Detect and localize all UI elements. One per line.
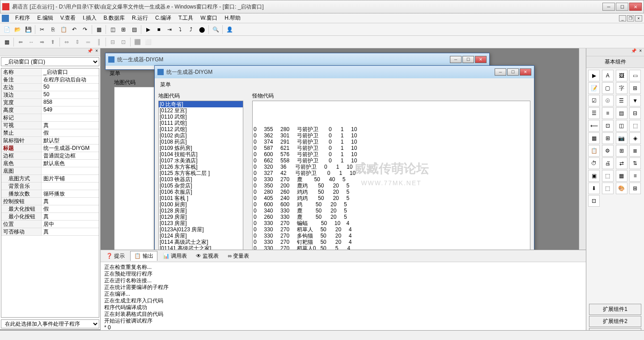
dist-v-icon[interactable]: ⇕ (72, 37, 82, 47)
map-item[interactable]: [0109 炼药房] (159, 145, 243, 151)
runtime-window[interactable]: 统一生成器-DIYGM ─ ☐ ✕ 菜单 地图代码 [0 比奇省][0122 皇… (154, 65, 534, 250)
tool-14[interactable]: ▤ (616, 107, 627, 119)
tool-1[interactable]: A (602, 70, 614, 81)
save-icon[interactable]: 💾 (23, 25, 33, 34)
map-item[interactable]: [0102 肉店] (159, 132, 243, 139)
child1-menu[interactable]: 菜单 (110, 70, 120, 77)
new-icon[interactable]: 📄 (2, 25, 12, 34)
tool-29[interactable]: 🖨 (602, 157, 614, 169)
front-icon[interactable]: ⬛ (132, 37, 142, 47)
prop-row-可否移动[interactable]: 可否移动真 (1, 228, 99, 236)
align-left-icon[interactable]: ⬅ (16, 37, 25, 47)
map-item[interactable]: [01141 高级武士之家] (159, 245, 243, 250)
paste-icon[interactable]: 📋 (59, 25, 68, 34)
map-item[interactable]: [0107 水美酒店] (159, 157, 243, 164)
menu-B.数据库[interactable]: B.数据库 (100, 13, 128, 23)
prop-row-边框[interactable]: 边框普通固定边框 (1, 152, 99, 160)
vertical-scrollbar[interactable] (579, 48, 586, 250)
prop-row-标题[interactable]: 标题统一生成器-DIYGM (1, 144, 99, 152)
mdi-close[interactable]: × (635, 15, 642, 21)
step-over-icon[interactable]: ⤵ (175, 25, 185, 34)
monster-row[interactable]: 0 330 270 稻草人 50 20 4 (254, 226, 529, 233)
prop-row-最大化按钮[interactable]: 最大化按钮假 (1, 205, 99, 213)
menu-I.插入[interactable]: I.插入 (79, 13, 100, 23)
prop-row-最小化按钮[interactable]: 最小化按钮真 (1, 213, 99, 221)
find-icon[interactable]: 🔍 (211, 25, 220, 34)
tool-26[interactable]: ⊞ (616, 145, 627, 157)
tool-27[interactable]: ≣ (629, 145, 641, 157)
tool-19[interactable]: ⬚ (629, 120, 641, 132)
prop-row-标记[interactable]: 标记 (1, 114, 99, 122)
object-selector[interactable]: _启动窗口 (窗口) (1, 57, 99, 66)
tool-18[interactable]: ◫ (616, 120, 627, 132)
palette-pin-icon[interactable]: 📌 (630, 48, 638, 56)
mdi-restore[interactable]: ❐ (627, 15, 634, 21)
dist-h-icon[interactable]: ⇔ (62, 37, 72, 47)
map-item[interactable]: [0123 房屋] (159, 220, 243, 226)
prop-row-宽度[interactable]: 宽度858 (1, 99, 99, 106)
tool-4[interactable]: 📝 (588, 82, 600, 94)
tool-37[interactable]: ⬚ (602, 183, 614, 194)
same-h-icon[interactable]: ║ (94, 37, 104, 47)
map-item[interactable]: [0126 东方客栈] (159, 164, 243, 170)
monster-row[interactable]: 0 330 270 蝙蝠 50 10 4 (254, 220, 529, 226)
menu-R.运行[interactable]: R.运行 (128, 13, 152, 23)
tool-38[interactable]: 🎨 (616, 183, 627, 194)
tool-24[interactable]: 📋 (588, 145, 600, 157)
map-item[interactable]: [0103 铁器店] (159, 176, 243, 183)
map-item[interactable]: [0110 武馆] (159, 114, 243, 120)
monster-row[interactable]: 0 330 270 稻草人0 50 5 4 (254, 245, 529, 250)
map-item[interactable]: [0112 武馆] (159, 126, 243, 132)
monster-row[interactable]: 0 340 330 鹿 50 20 5 (254, 208, 529, 214)
tool-34[interactable]: ▦ (616, 170, 627, 182)
map-item[interactable]: [0124 房屋] (159, 233, 243, 239)
child2-maximize[interactable]: ☐ (507, 68, 519, 76)
tool-22[interactable]: 📷 (616, 132, 627, 144)
child2-close[interactable]: ✕ (520, 68, 531, 76)
map-item[interactable]: [0 比奇省] (159, 101, 243, 107)
child1-close[interactable]: ✕ (475, 56, 487, 63)
tool-10[interactable]: ☰ (616, 95, 627, 106)
tool-20[interactable]: ▦ (588, 132, 600, 144)
child1-maximize[interactable]: ☐ (462, 56, 474, 63)
monster-row[interactable]: 0 330 270 钉耙猫 50 20 4 (254, 239, 529, 245)
open-icon[interactable]: 📂 (13, 25, 22, 34)
monster-row[interactable]: 0 405 240 鸡鸡 50 20 5 (254, 195, 529, 201)
tool-35[interactable]: ≡ (629, 170, 641, 182)
monster-row[interactable]: 0 280 260 鸡鸡 50 20 5 (254, 189, 529, 195)
tool-36[interactable]: ⬇ (588, 183, 600, 194)
menu-C.编译[interactable]: C.编译 (152, 13, 175, 23)
same-w-icon[interactable]: ═ (83, 37, 93, 47)
prop-row-播放次数[interactable]: 播放次数循环播放 (1, 190, 99, 198)
menu-T.工具[interactable]: T.工具 (175, 13, 197, 23)
bottom-tab-监视表[interactable]: 👁 监视表 (192, 251, 222, 261)
monster-row[interactable]: 0 330 270 多钩猫 50 20 4 (254, 233, 529, 239)
child1-minimize[interactable]: ─ (450, 56, 462, 63)
panel-pin-icon[interactable]: 📌 (86, 48, 94, 56)
event-selector[interactable]: 在此处选择加入事件处理子程序 (1, 319, 99, 328)
monster-row[interactable]: 0 327 42 弓箭护卫 0 1 10 (254, 170, 529, 176)
mdi-minimize[interactable]: _ (619, 15, 626, 21)
menu-W.窗口[interactable]: W.窗口 (197, 13, 221, 23)
breakpoint-icon[interactable]: ⬤ (197, 25, 207, 34)
tool-23[interactable]: ◈ (629, 132, 641, 144)
prop-row-备注[interactable]: 备注在程序启动后自动 (1, 76, 99, 84)
pane3-icon[interactable]: ▤ (129, 25, 139, 34)
palette-btn-扩展组件1[interactable]: 扩展组件1 (589, 304, 641, 315)
menu-F.程序[interactable]: F.程序 (12, 13, 34, 23)
tool-32[interactable]: ▣ (588, 170, 600, 182)
tool-40[interactable]: ⊡ (588, 195, 600, 207)
monster-listbox[interactable]: 威臧传萌论坛 WWW.77MK.NET 0 355 280 弓箭护卫 0 1 1… (252, 101, 530, 250)
tool-8[interactable]: ☑ (588, 95, 600, 106)
tool-13[interactable]: ≡ (602, 107, 614, 119)
map-item[interactable]: [0125 东方客栈二层 ] (159, 170, 243, 176)
monster-row[interactable]: 0 362 301 弓箭护卫 0 1 10 (254, 132, 529, 139)
prop-row-高度[interactable]: 高度549 (1, 106, 99, 114)
menu-E.编辑[interactable]: E.编辑 (34, 13, 56, 23)
map-item[interactable]: [0128 房屋] (159, 208, 243, 214)
monster-row[interactable]: 0 260 330 鹿 50 20 5 (254, 214, 529, 220)
monster-row[interactable]: 0 320 36 弓箭护卫 0 1 10 (254, 164, 529, 170)
center-h-icon[interactable]: ⊟ (108, 37, 118, 47)
tool-9[interactable]: ⦾ (602, 95, 614, 106)
stop-icon[interactable]: ■ (154, 25, 164, 34)
